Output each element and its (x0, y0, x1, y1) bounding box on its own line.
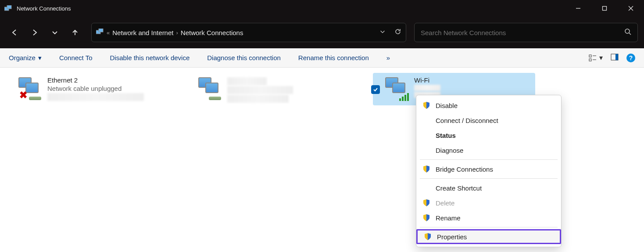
redacted-text (47, 93, 144, 101)
chevron-down-icon: ▾ (38, 54, 42, 62)
maximize-button[interactable] (591, 0, 618, 17)
minimize-button[interactable] (565, 0, 591, 17)
connection-item-blurred[interactable] (193, 73, 355, 105)
connection-name: Wi-Fi (414, 76, 440, 84)
disconnected-icon: ✖ (19, 90, 27, 101)
close-button[interactable] (618, 0, 644, 17)
back-button[interactable] (6, 24, 23, 41)
ctx-rename[interactable]: Rename (416, 210, 561, 225)
shield-icon (422, 165, 430, 173)
connection-name: Ethernet 2 (47, 76, 144, 84)
more-button[interactable]: » (386, 54, 390, 61)
preview-pane-button[interactable] (611, 53, 619, 63)
shield-icon (424, 233, 432, 241)
shield-icon (422, 101, 430, 109)
help-button[interactable]: ? (626, 54, 635, 62)
address-bar[interactable]: « Network and Internet › Network Connect… (91, 23, 406, 42)
svg-rect-15 (615, 54, 618, 60)
network-adapter-icon (196, 76, 223, 103)
title-bar: Network Connections (0, 0, 644, 17)
chevron-left-icon[interactable]: « (107, 29, 110, 36)
view-options-button[interactable]: ▾ (589, 54, 603, 62)
ctx-connect-disconnect[interactable]: Connect / Disconnect (416, 113, 561, 128)
svg-rect-7 (99, 29, 103, 32)
window-title: Network Connections (17, 5, 71, 12)
redacted-text (414, 85, 440, 91)
connection-status: Network cable unplugged (47, 85, 144, 92)
chevron-down-icon[interactable] (379, 29, 386, 36)
signal-bars-icon (399, 93, 409, 101)
ctx-diagnose[interactable]: Diagnose (416, 143, 561, 158)
location-icon (96, 29, 104, 36)
shield-icon (422, 199, 430, 207)
selected-check-icon (371, 85, 380, 94)
ctx-disable[interactable]: Disable (416, 98, 561, 113)
context-menu: Disable Connect / Disconnect Status Diag… (416, 95, 562, 247)
breadcrumb-parent[interactable]: Network and Internet (112, 29, 173, 36)
refresh-button[interactable] (394, 28, 401, 37)
forward-button[interactable] (26, 24, 43, 41)
svg-rect-11 (589, 59, 591, 61)
network-adapter-icon: ✖ (16, 76, 43, 103)
ctx-properties[interactable]: Properties (416, 229, 561, 244)
svg-rect-10 (589, 55, 591, 57)
chevron-right-icon: › (176, 29, 178, 36)
svg-line-9 (629, 33, 631, 35)
rename-button[interactable]: Rename this connection (298, 54, 369, 61)
ctx-bridge[interactable]: Bridge Connections (416, 162, 561, 176)
diagnose-button[interactable]: Diagnose this connection (207, 54, 281, 61)
wifi-adapter-icon (383, 76, 410, 103)
redacted-text (227, 86, 293, 94)
organize-menu[interactable]: Organize ▾ (9, 54, 42, 62)
shield-icon (422, 214, 430, 222)
connect-to-button[interactable]: Connect To (59, 54, 93, 61)
app-icon (4, 5, 12, 11)
svg-point-8 (625, 29, 630, 33)
search-input[interactable] (421, 29, 624, 36)
command-bar: Organize ▾ Connect To Disable this netwo… (0, 48, 644, 68)
disable-device-button[interactable]: Disable this network device (110, 54, 190, 61)
ctx-delete: Delete (416, 195, 561, 210)
svg-rect-1 (7, 5, 11, 9)
recent-locations-button[interactable] (47, 24, 63, 41)
menu-separator (420, 159, 558, 160)
menu-separator (420, 227, 558, 227)
nav-bar: « Network and Internet › Network Connect… (0, 17, 644, 48)
breadcrumb-current[interactable]: Network Connections (181, 29, 243, 36)
menu-separator (420, 178, 558, 179)
search-box[interactable] (414, 23, 638, 42)
up-button[interactable] (67, 24, 83, 41)
svg-rect-3 (603, 7, 607, 11)
redacted-text (227, 95, 289, 103)
ctx-status[interactable]: Status (416, 128, 561, 143)
connection-item-ethernet2[interactable]: ✖ Ethernet 2 Network cable unplugged (13, 73, 175, 105)
redacted-text (227, 77, 267, 85)
search-icon[interactable] (624, 28, 631, 37)
ctx-create-shortcut[interactable]: Create Shortcut (416, 180, 561, 195)
